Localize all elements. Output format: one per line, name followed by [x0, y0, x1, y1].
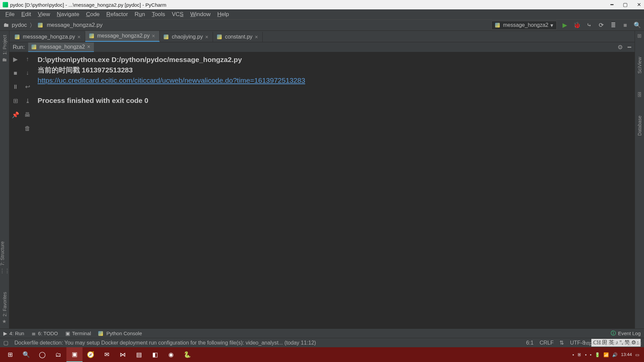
windows-taskbar: ⊞ 🔍 ◯ 🗂 ▣ 🧭 ✉ ⋈ ▤ ◧ ◉ 🐍 ▪ ⛨ ▪ ▪ 🔋 📶 🔊 13… — [0, 347, 644, 362]
up-icon[interactable]: ↑ — [26, 56, 29, 63]
run-button[interactable]: ▶ — [561, 21, 568, 29]
tray-shield-icon[interactable]: ⛨ — [577, 352, 582, 357]
taskbar-clock[interactable]: 13:44 — [621, 352, 632, 357]
python-file-icon — [495, 23, 500, 27]
hide-panel-icon[interactable]: ━ — [628, 44, 631, 51]
console-output[interactable]: D:\python\python.exe D:/python/pydoc/mes… — [34, 52, 635, 328]
system-tray: ▪ ⛨ ▪ ▪ 🔋 📶 🔊 13:44 ▭ — [573, 352, 642, 357]
pause-button[interactable]: ⏸ — [12, 83, 18, 90]
debug-button[interactable]: 🐞 — [574, 21, 580, 29]
python-file-icon — [164, 35, 168, 39]
editor-tab[interactable]: chaojiying.py ✕ — [160, 32, 213, 42]
bottom-tab-python-console[interactable]: Python Console — [98, 330, 142, 336]
bottom-tab-terminal[interactable]: ▣Terminal — [65, 330, 91, 337]
python-taskbar-icon[interactable]: 🐍 — [179, 347, 195, 362]
editor-tab[interactable]: message_hongza2.py ✕ — [85, 31, 160, 42]
breadcrumb-file[interactable]: message_hongza2.py — [47, 22, 102, 28]
tray-icon[interactable]: ▪ — [585, 352, 587, 357]
tool-favorites[interactable]: 2: Favorites — [2, 290, 7, 318]
menu-edit[interactable]: Edit — [18, 10, 34, 19]
print-icon[interactable]: 🖶 — [24, 111, 31, 118]
bottom-tab-label: Python Console — [106, 330, 142, 336]
pycharm-taskbar-icon[interactable]: ▣ — [66, 347, 83, 362]
tool-sciview[interactable]: SciView — [637, 55, 642, 76]
tray-icon[interactable]: ▪ — [590, 352, 592, 357]
trash-icon[interactable]: 🗑 — [24, 125, 31, 132]
chrome-icon[interactable]: ◉ — [163, 347, 179, 362]
minimize-button[interactable]: ━ — [610, 2, 613, 8]
menu-file[interactable]: File — [2, 10, 18, 19]
gear-icon[interactable]: ⚙ — [618, 44, 623, 51]
bottom-tab-todo[interactable]: ≣6: TODO — [32, 330, 58, 337]
db-icon[interactable]: 🗄 — [637, 92, 642, 98]
run-config-selector[interactable]: message_hongza2 ▾ — [491, 21, 557, 30]
menu-help[interactable]: Help — [214, 10, 232, 19]
search-everywhere-button[interactable]: 🔍 — [634, 21, 641, 29]
close-tab-icon[interactable]: ✕ — [77, 35, 81, 40]
close-tab-icon[interactable]: ✕ — [255, 35, 258, 40]
bottom-tab-label: Terminal — [72, 330, 91, 336]
status-encoding[interactable]: UTF-8 — [570, 340, 585, 346]
vscode-icon[interactable]: ⋈ — [115, 347, 131, 362]
coverage-button[interactable]: ⤷ — [586, 21, 592, 29]
mail-icon[interactable]: ✉ — [99, 347, 115, 362]
pin-button[interactable]: 📌 — [12, 111, 19, 119]
menu-run[interactable]: Run — [131, 10, 148, 19]
menu-vcs[interactable]: VCS — [168, 10, 187, 19]
maximize-button[interactable]: ▢ — [623, 2, 628, 8]
stop-button[interactable]: ■ — [622, 22, 629, 29]
run-tool-body: ▶ ■ ⏸ ⊞ 📌 ↑ ↓ ↩ ⤓ 🖶 🗑 D:\python\python.e… — [9, 52, 635, 328]
console-url-link[interactable]: https://uc.creditcard.ecitic.com/citicca… — [38, 76, 305, 84]
python-file-icon — [217, 35, 222, 39]
run-actions-left: ▶ ■ ⏸ ⊞ 📌 — [9, 52, 21, 328]
status-caret-pos[interactable]: 6:1 — [526, 340, 533, 346]
wrap-icon[interactable]: ↩ — [25, 83, 30, 90]
status-line-sep[interactable]: CRLF — [540, 340, 554, 346]
tray-icon[interactable]: ▪ — [573, 352, 574, 357]
left-stripe-group: 2: Favorites ★ — [2, 290, 7, 324]
menu-tools[interactable]: Tools — [149, 10, 169, 19]
bottom-tab-run[interactable]: ▶4: Run — [3, 330, 24, 337]
console-cmd-line: D:\python\python.exe D:/python/pydoc/mes… — [38, 56, 242, 63]
layout-button[interactable]: ⊞ — [13, 97, 18, 105]
profile-button[interactable]: ⟳ — [598, 21, 604, 29]
grid-icon[interactable]: ⊞ — [637, 33, 642, 39]
start-button[interactable]: ⊞ — [2, 347, 18, 362]
safari-icon[interactable]: 🧭 — [83, 347, 99, 362]
file-explorer-icon[interactable]: 🗂 — [50, 347, 66, 362]
status-sidebar-toggle[interactable]: ▢ — [3, 340, 8, 346]
menu-view[interactable]: View — [35, 10, 54, 19]
rerun-button[interactable]: ▶ — [13, 56, 18, 63]
close-session-icon[interactable]: ✕ — [87, 44, 91, 49]
down-icon[interactable]: ↓ — [26, 69, 29, 76]
scroll-end-icon[interactable]: ⤓ — [25, 97, 30, 105]
run-tool-header: Run: message_hongza2 ✕ ⚙ ━ — [9, 42, 635, 52]
menu-navigate[interactable]: Navigate — [53, 10, 83, 19]
tool-structure[interactable]: 7: Structure — [0, 239, 5, 267]
tray-volume-icon[interactable]: 🔊 — [612, 352, 618, 357]
editor-tab[interactable]: messsage_hongza.py ✕ — [11, 32, 85, 42]
excel-icon[interactable]: ▤ — [131, 347, 147, 362]
msstore-icon[interactable]: ◧ — [147, 347, 163, 362]
attach-button[interactable]: ≣ — [610, 21, 616, 29]
menu-code[interactable]: Code — [83, 10, 103, 19]
menu-window[interactable]: Window — [187, 10, 214, 19]
close-button[interactable]: ✕ — [637, 2, 641, 8]
menu-refactor[interactable]: Refactor — [103, 10, 131, 19]
bottom-tab-event-log[interactable]: ⓘEvent Log — [611, 330, 641, 337]
notifications-icon[interactable]: ▭ — [635, 352, 639, 357]
tray-wifi-icon[interactable]: 📶 — [603, 352, 609, 357]
toolbar-actions: ▶ 🐞 ⤷ ⟳ ≣ ■ 🔍 — [561, 21, 641, 29]
close-tab-icon[interactable]: ✕ — [205, 35, 209, 40]
tool-database[interactable]: Database — [637, 114, 642, 138]
stop-run-button[interactable]: ■ — [14, 70, 17, 77]
tray-battery-icon[interactable]: 🔋 — [595, 352, 600, 357]
run-session-tab[interactable]: message_hongza2 ✕ — [28, 43, 94, 52]
task-view-icon[interactable]: ◯ — [34, 347, 50, 362]
bottom-tab-label: 4: Run — [9, 330, 24, 336]
editor-tab[interactable]: constant.py ✕ — [213, 32, 263, 42]
close-tab-icon[interactable]: ✕ — [152, 34, 155, 39]
tool-project[interactable]: 1: Project — [2, 33, 7, 57]
cortana-search-icon[interactable]: 🔍 — [18, 347, 34, 362]
breadcrumb-folder[interactable]: pydoc — [12, 22, 27, 28]
